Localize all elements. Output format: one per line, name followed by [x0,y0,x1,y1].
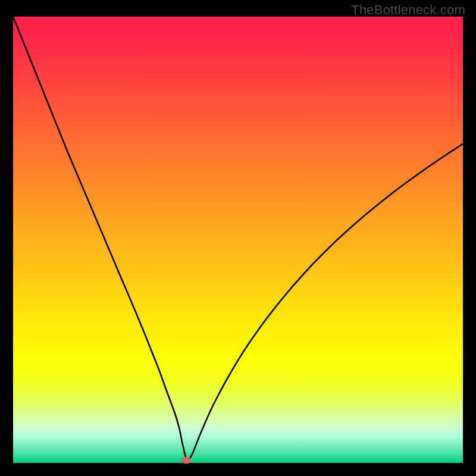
chart-frame: TheBottleneck.com [0,0,476,476]
curve-svg [13,17,463,463]
optimal-point-marker [181,457,191,464]
watermark-text: TheBottleneck.com [351,2,465,18]
bottleneck-curve-path [13,17,463,461]
plot-area [13,17,463,463]
